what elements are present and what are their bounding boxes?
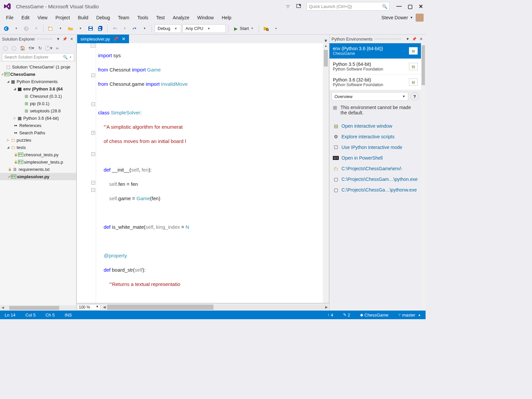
fold-icon[interactable]: − (91, 188, 95, 192)
search-paths-node[interactable]: ▪▪Search Paths (0, 129, 76, 136)
references-node[interactable]: ▪▪References (0, 122, 76, 129)
status-col[interactable]: Col 5 (24, 313, 38, 318)
pin-icon[interactable]: 📌 (62, 36, 67, 42)
file-node[interactable]: 🔒PYsimplesolver_tests.p (0, 158, 76, 166)
env-view-dropdown[interactable]: Overview▼ (332, 92, 408, 101)
menu-window[interactable]: Window (193, 14, 218, 22)
avatar[interactable] (416, 14, 424, 22)
sync-icon[interactable]: ⟲▾ (27, 44, 35, 52)
config-dropdown[interactable]: Debug▼ (155, 24, 181, 33)
panel-dropdown-icon[interactable]: ▼ (405, 36, 410, 42)
panel-dropdown-icon[interactable]: ▼ (56, 36, 61, 42)
powershell-link[interactable]: C:\Open in PowerShell (333, 153, 418, 163)
menu-help[interactable]: Help (218, 14, 235, 22)
env-vscroll[interactable] (421, 43, 426, 311)
quick-launch-input[interactable]: Quick Launch (Ctrl+Q) 🔍 (307, 2, 390, 11)
pin-tab-icon[interactable]: 📌 (113, 37, 118, 41)
zoom-dropdown[interactable]: 100 %▼ (77, 304, 100, 310)
status-ch[interactable]: Ch 5 (44, 313, 57, 318)
status-branch[interactable]: ⑂master▲ (396, 313, 423, 318)
close-panel-icon[interactable]: ✕ (69, 36, 74, 42)
other-env-node[interactable]: ▷▦Python 3.6 (64-bit) (0, 114, 76, 122)
status-project[interactable]: ◆ChessGame (358, 313, 390, 318)
show-all-icon[interactable]: 🕐▾ (45, 44, 53, 52)
status-line[interactable]: Ln 14 (3, 313, 18, 318)
menu-file[interactable]: File (2, 14, 18, 22)
interactive-badge-icon[interactable]: ▤ (409, 47, 418, 55)
ipython-checkbox[interactable]: ☐Use IPython interactive mode (333, 142, 418, 153)
redo-dropdown[interactable]: ▼ (140, 24, 149, 33)
folder-tests[interactable]: ◢🗀tests (0, 144, 76, 151)
close-panel-icon[interactable]: ✕ (418, 36, 424, 42)
file-node-active[interactable]: ✓PYsimplesolver.py (0, 173, 76, 180)
feedback-filter-icon[interactable]: ▽ (284, 2, 292, 10)
menu-view[interactable]: View (34, 14, 52, 22)
solution-node[interactable]: ⬚Solution 'ChessGame' (1 proje (0, 63, 76, 70)
open-file-dropdown[interactable]: ▼ (76, 24, 85, 33)
status-outgoing[interactable]: ↑4 (326, 313, 335, 318)
nav-back-icon[interactable]: ◯ (1, 44, 9, 52)
platform-dropdown[interactable]: Any CPU▼ (183, 24, 226, 33)
split-icon[interactable] (90, 43, 96, 48)
menu-edit[interactable]: Edit (18, 14, 34, 22)
start-button[interactable]: ▶ Start ▼ (231, 24, 256, 33)
interactive-badge-icon[interactable]: ▤ (409, 78, 418, 86)
explore-scripts-link[interactable]: ⚙Explore interactive scripts (333, 131, 418, 142)
save-all-button[interactable] (96, 24, 105, 33)
fold-icon[interactable]: − (91, 181, 95, 185)
menu-tools[interactable]: Tools (133, 14, 152, 22)
open-interactive-link[interactable]: ▤Open interactive window (333, 121, 418, 131)
notifications-icon[interactable] (295, 2, 303, 10)
path-link[interactable]: ▢C:\Projects\ChessGa…\pythonw.exe (333, 185, 418, 195)
project-node[interactable]: ✓PYChessGame (0, 70, 76, 78)
env-item[interactable]: Python 3.5 (64-bit)Python Software Found… (330, 59, 421, 74)
status-pending[interactable]: ✎2 (341, 313, 352, 318)
pkg-node[interactable]: ⊞Chessnut (0.3.1) (0, 92, 76, 100)
solution-search-input[interactable]: Search Solution Explorer 🔍 ▼ (2, 53, 74, 61)
menu-debug[interactable]: Debug (92, 14, 114, 22)
file-node[interactable]: 🔒🗎requirements.txt (0, 166, 76, 173)
solution-hscroll[interactable]: ◀ (0, 305, 76, 311)
refresh-icon[interactable]: ↻ (36, 44, 44, 52)
home-icon[interactable]: 🏠 (19, 44, 27, 52)
new-item-button[interactable] (46, 24, 55, 33)
folder-puzzles[interactable]: ▷🗀puzzles (0, 136, 76, 144)
help-button[interactable]: ? (410, 92, 419, 101)
pkg-node[interactable]: ⊞setuptools (28.8 (0, 107, 76, 114)
fold-icon[interactable]: − (91, 152, 95, 156)
editor-vscroll[interactable]: ▲ (323, 43, 329, 303)
env-item-active[interactable]: env (Python 3.6 (64-bit))ChessGame ▤ (330, 43, 421, 59)
code-content[interactable]: import sys from Chessnut import Game fro… (96, 43, 323, 303)
pkg-node[interactable]: ⊞pip (9.0.1) (0, 100, 76, 107)
toolbar-overflow[interactable]: ▾ (272, 24, 280, 33)
nav-fwd-icon[interactable]: ◯ (10, 44, 18, 52)
solution-tree[interactable]: ⬚Solution 'ChessGame' (1 proje ✓PYChessG… (0, 62, 76, 305)
save-button[interactable] (86, 24, 95, 33)
menu-build[interactable]: Build (74, 14, 92, 22)
active-env-node[interactable]: ◢▦env (Python 3.6 (64 (0, 85, 76, 92)
close-button[interactable]: ✕ (419, 3, 423, 10)
pin-icon[interactable]: 📌 (412, 36, 417, 42)
fold-icon[interactable]: − (91, 73, 95, 77)
find-in-files-button[interactable] (262, 24, 270, 33)
editor-hscroll[interactable]: ◀▶ (102, 305, 329, 310)
menu-project[interactable]: Project (52, 14, 74, 22)
overflow-icon[interactable]: ›› (53, 44, 61, 52)
nav-back-button[interactable] (2, 24, 11, 33)
pyenv-node[interactable]: ◢▦Python Environments (0, 78, 76, 85)
undo-button[interactable] (110, 24, 119, 33)
open-file-button[interactable] (66, 24, 75, 33)
path-link[interactable]: ▢C:\Projects\ChessGam…\python.exe (333, 174, 418, 185)
maximize-button[interactable]: ▢ (408, 3, 413, 10)
new-item-dropdown[interactable]: ▼ (56, 24, 65, 33)
menu-team[interactable]: Team (114, 14, 133, 22)
minimize-button[interactable]: — (396, 3, 402, 10)
fold-icon[interactable]: − (91, 102, 95, 106)
redo-button[interactable] (130, 24, 139, 33)
nav-back-dropdown[interactable]: ▼ (12, 24, 21, 33)
env-item[interactable]: Python 3.6 (32-bit)Python Software Found… (330, 74, 421, 90)
undo-dropdown[interactable]: ▼ (120, 24, 129, 33)
fold-icon[interactable]: + (91, 131, 95, 135)
status-ins[interactable]: INS (63, 313, 74, 318)
close-tab-icon[interactable]: ✕ (122, 36, 126, 42)
